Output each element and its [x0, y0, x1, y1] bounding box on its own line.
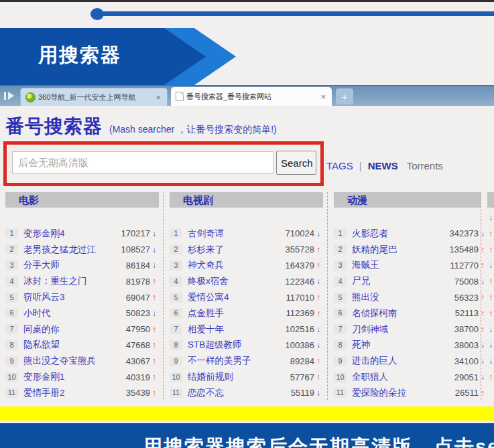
rank-list: 1 火影忍者 342373 ↓ 2 妖精的尾巴 135489 ↑ 3 海贼王 1… — [334, 226, 487, 401]
item-title-link[interactable]: 妖精的尾巴 — [352, 244, 450, 256]
list-item[interactable]: 11 爱探险的朵拉 26511 ↑ — [334, 385, 487, 401]
list-item[interactable]: 11 爱情手册2 35439 ↑ — [5, 385, 159, 401]
list-item[interactable]: 5 熊出没 56323 ↑ — [334, 289, 487, 305]
page-icon — [176, 92, 184, 101]
decorative-line — [99, 11, 494, 16]
close-icon[interactable]: × — [319, 92, 327, 102]
tab-fanhao-search[interactable]: 番号搜索器_番号搜索网站 × — [171, 87, 332, 106]
close-icon[interactable]: × — [154, 92, 162, 102]
list-item[interactable]: 8 隐私欲望 47668 ↑ — [5, 338, 159, 354]
list-item[interactable]: 4 冰封：重生之门 81978 ↑ — [5, 273, 159, 289]
list-item[interactable]: 8 STB超级教师 100386 ↓ — [170, 338, 323, 354]
item-title-link[interactable]: 冰封：重生之门 — [23, 275, 126, 287]
search-input[interactable] — [12, 151, 273, 173]
torrents-link[interactable]: Torrents — [407, 160, 443, 171]
rank-badge: 9 — [170, 356, 182, 366]
rank-badge: 7 — [5, 324, 18, 334]
item-count: 38700 — [454, 324, 479, 334]
rank-badge: 4 — [334, 277, 347, 287]
list-item[interactable]: 5 爱情公寓4 117010 ↑ — [170, 289, 323, 305]
item-title-link[interactable]: 窃听风云3 — [23, 291, 126, 303]
list-item[interactable]: 2 妖精的尾巴 135489 ↑ — [334, 242, 487, 258]
item-title-link[interactable]: 爱探险的朵拉 — [352, 387, 455, 399]
item-title-link[interactable]: 神犬奇兵 — [188, 259, 286, 271]
trend-arrow-icon: ↓ — [152, 245, 156, 254]
nav-links: TAGS | NEWS Torrents — [326, 160, 443, 171]
list-item[interactable]: 6 点金胜手 112369 ↑ — [170, 305, 323, 321]
item-title-link[interactable]: 终极x宿舍 — [188, 275, 286, 287]
pin-arrow-icon[interactable] — [4, 91, 19, 100]
item-title-link[interactable]: 火影忍者 — [352, 228, 450, 240]
new-tab-button[interactable]: + — [336, 88, 353, 104]
list-item[interactable]: 10 变形金刚1 40319 ↑ — [5, 369, 159, 385]
item-title-link[interactable]: 小时代 — [23, 307, 126, 319]
list-item[interactable]: 6 小时代 50823 ↓ — [5, 305, 159, 321]
list-item[interactable]: 5 窃听风云3 69047 ↑ — [5, 289, 159, 305]
item-count: 170217 — [121, 228, 150, 238]
column-anime: 动漫 1 火影忍者 342373 ↓ 2 妖精的尾巴 135489 ↑ 3 海贼… — [334, 192, 487, 401]
trend-arrow-icon: ↓ — [489, 354, 494, 370]
yellow-divider — [0, 406, 494, 421]
item-title-link[interactable]: 点金胜手 — [188, 307, 286, 319]
item-title-link[interactable]: 杉杉来了 — [188, 244, 286, 256]
item-title-link[interactable]: 古剑奇谭 — [188, 228, 286, 240]
trend-arrow-icon: ↓ — [316, 229, 320, 238]
item-title-link[interactable]: 老男孩之猛龙过江 — [23, 244, 121, 256]
trend-arrow-icon: ↓ — [152, 260, 156, 270]
item-title-link[interactable]: 分手大师 — [23, 259, 126, 271]
item-title-link[interactable]: 名侦探柯南 — [352, 307, 455, 319]
list-item[interactable]: 1 变形金刚4 170217 ↓ — [5, 226, 159, 242]
item-title-link[interactable]: 爱情公寓4 — [188, 291, 286, 303]
browser-tab-bar: 360导航_新一代安全上网导航 × 番号搜索器_番号搜索网站 × + — [0, 85, 494, 106]
trend-arrow-icon: ↑ — [152, 388, 156, 398]
news-link[interactable]: NEWS — [368, 160, 398, 171]
list-item[interactable]: 6 名侦探柯南 52113 ↑ — [334, 305, 487, 321]
list-item[interactable]: 4 终极x宿舍 122346 ↓ — [170, 273, 323, 289]
item-title-link[interactable]: 熊出没 — [352, 291, 454, 303]
list-item[interactable]: 10 全职猎人 29051 ↓ — [334, 369, 487, 385]
list-item[interactable]: 1 古剑奇谭 710024 ↓ — [170, 226, 323, 242]
list-item[interactable]: 2 老男孩之猛龙过江 108527 ↓ — [5, 242, 159, 258]
item-title-link[interactable]: 海贼王 — [352, 259, 450, 271]
item-title-link[interactable]: 爱情手册2 — [23, 387, 126, 399]
tags-link[interactable]: TAGS — [326, 160, 353, 171]
list-item[interactable]: 9 不一样的美男子 89284 ↑ — [170, 353, 323, 369]
list-item[interactable]: 8 死神 38003 ↓ — [334, 338, 487, 354]
item-title-link[interactable]: 不一样的美男子 — [188, 355, 290, 367]
list-item[interactable]: 3 分手大师 86184 ↓ — [5, 258, 159, 274]
item-title-link[interactable]: 隐私欲望 — [23, 339, 126, 351]
list-item[interactable]: 7 同桌的你 47950 ↑ — [5, 321, 159, 338]
list-item[interactable]: 7 刀剑神域 38700 ↑ — [334, 321, 487, 338]
list-item[interactable]: 2 杉杉来了 355728 ↑ — [170, 242, 323, 258]
item-title-link[interactable]: 刀剑神域 — [352, 323, 454, 335]
rank-badge: 6 — [334, 308, 347, 318]
item-title-link[interactable]: 尸兄 — [352, 275, 454, 287]
list-item[interactable]: 3 神犬奇兵 164379 ↑ — [170, 258, 323, 274]
rank-list: 1 古剑奇谭 710024 ↓ 2 杉杉来了 355728 ↑ 3 神犬奇兵 1… — [170, 226, 323, 401]
search-button[interactable]: Search — [276, 151, 316, 175]
item-title-link[interactable]: 恋恋不忘 — [188, 387, 291, 399]
list-item[interactable]: 4 尸兄 75008 ↓ — [334, 273, 487, 289]
item-title-link[interactable]: 熊出没之夺宝熊兵 — [23, 355, 126, 367]
item-title-link[interactable]: 同桌的你 — [23, 323, 126, 335]
trend-arrow-icon: ↓ — [489, 338, 494, 354]
item-title-link[interactable]: 变形金刚1 — [23, 371, 126, 383]
rank-badge: 6 — [170, 308, 182, 318]
item-title-link[interactable]: 死神 — [352, 339, 454, 351]
rank-badge: 5 — [334, 293, 347, 303]
list-item[interactable]: 9 进击的巨人 34100 ↓ — [334, 353, 487, 369]
list-item[interactable]: 10 结婚前规则 57767 ↑ — [170, 369, 323, 385]
item-title-link[interactable]: 相爱十年 — [188, 323, 286, 335]
item-title-link[interactable]: STB超级教师 — [188, 339, 286, 351]
list-item[interactable]: 9 熊出没之夺宝熊兵 43067 ↑ — [5, 353, 159, 369]
list-item[interactable]: 11 恋恋不忘 55119 ↓ — [170, 385, 323, 401]
item-title-link[interactable]: 变形金刚4 — [23, 228, 121, 240]
tab-360-nav[interactable]: 360导航_新一代安全上网导航 × — [20, 88, 168, 106]
item-title-link[interactable]: 全职猎人 — [352, 371, 454, 383]
item-title-link[interactable]: 进击的巨人 — [352, 355, 454, 367]
list-item[interactable]: 3 海贼王 112770 ↑ — [334, 258, 487, 274]
list-item[interactable]: 7 相爱十年 102516 ↓ — [170, 321, 323, 338]
item-title-link[interactable]: 结婚前规则 — [188, 371, 290, 383]
list-item[interactable]: 1 火影忍者 342373 ↓ — [334, 226, 487, 242]
nav-separator: | — [359, 160, 362, 171]
